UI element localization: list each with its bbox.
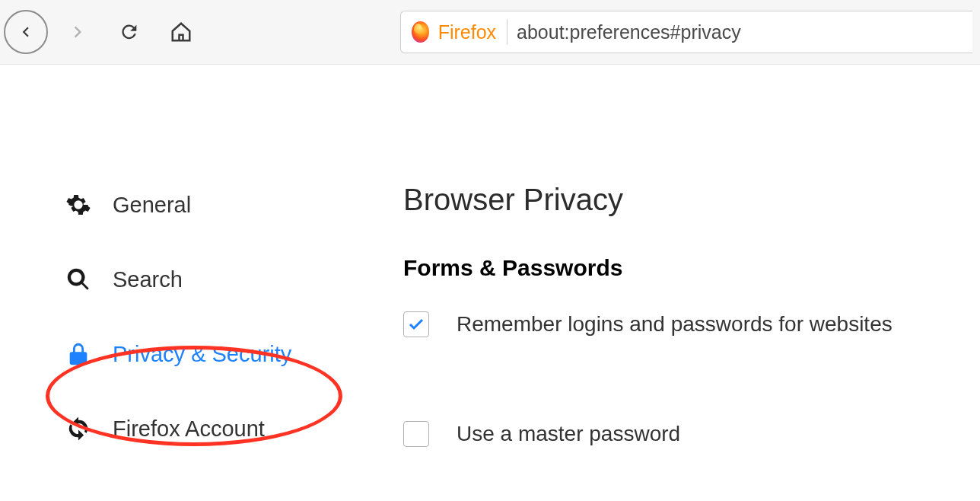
sync-icon bbox=[65, 416, 91, 442]
sidebar-item-general[interactable]: General bbox=[65, 179, 380, 231]
sidebar-item-label: Firefox Account bbox=[113, 416, 265, 442]
option-label: Use a master password bbox=[457, 422, 680, 446]
home-button[interactable] bbox=[158, 9, 204, 55]
home-icon bbox=[170, 21, 192, 43]
preferences-sidebar: General Search Privacy & Security Firefo… bbox=[0, 95, 380, 501]
sidebar-item-firefox-account[interactable]: Firefox Account bbox=[65, 403, 380, 455]
sidebar-item-label: Search bbox=[113, 267, 183, 292]
preferences-page: General Search Privacy & Security Firefo… bbox=[0, 65, 980, 501]
address-badge: Firefox bbox=[438, 19, 508, 45]
reload-button[interactable] bbox=[107, 9, 152, 55]
option-label: Remember logins and passwords for websit… bbox=[457, 312, 892, 337]
reload-icon bbox=[119, 21, 140, 43]
sidebar-item-label: General bbox=[113, 193, 191, 218]
firefox-logo-icon bbox=[412, 21, 429, 43]
preferences-main: Browser Privacy Forms & Passwords Rememb… bbox=[380, 95, 980, 501]
checkbox[interactable] bbox=[403, 421, 429, 447]
arrow-left-icon bbox=[16, 22, 36, 42]
sidebar-item-search[interactable]: Search bbox=[65, 254, 380, 305]
back-button[interactable] bbox=[3, 9, 49, 55]
checkbox[interactable] bbox=[403, 311, 429, 337]
sidebar-item-label: Privacy & Security bbox=[113, 342, 291, 367]
url-input[interactable] bbox=[517, 21, 962, 43]
address-bar[interactable]: Firefox bbox=[400, 11, 972, 53]
search-icon bbox=[65, 266, 91, 292]
gear-icon bbox=[65, 192, 91, 218]
sidebar-item-privacy-security[interactable]: Privacy & Security bbox=[65, 328, 380, 380]
browser-toolbar: Firefox bbox=[0, 0, 980, 65]
arrow-right-icon bbox=[66, 21, 89, 43]
option-master-password[interactable]: Use a master password bbox=[403, 421, 957, 447]
option-remember-logins[interactable]: Remember logins and passwords for websit… bbox=[403, 311, 957, 337]
section-heading: Forms & Passwords bbox=[403, 255, 957, 281]
page-title: Browser Privacy bbox=[403, 183, 957, 217]
lock-icon bbox=[65, 341, 91, 367]
forward-button[interactable] bbox=[55, 9, 100, 55]
